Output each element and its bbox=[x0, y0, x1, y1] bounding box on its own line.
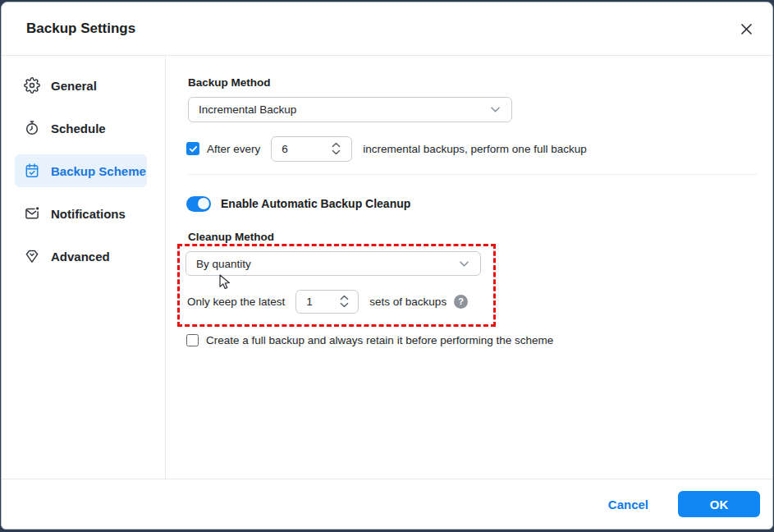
dialog-header: Backup Settings bbox=[2, 2, 772, 56]
cleanup-method-selected-value: By quantity bbox=[196, 258, 458, 270]
sets-of-backups-text: sets of backups bbox=[369, 296, 447, 308]
toggle-knob bbox=[198, 198, 209, 209]
chevron-down-icon bbox=[489, 103, 501, 116]
stopwatch-icon bbox=[24, 120, 40, 136]
incremental-count-value: 6 bbox=[282, 143, 288, 155]
retain-full-backup-checkbox[interactable] bbox=[186, 334, 199, 346]
keep-latest-text: Only keep the latest bbox=[187, 296, 285, 308]
chevron-down-icon bbox=[458, 258, 470, 270]
after-every-checkbox[interactable] bbox=[186, 142, 199, 155]
after-every-text: After every bbox=[207, 143, 260, 155]
stepper-arrows-icon[interactable] bbox=[332, 143, 341, 155]
close-icon bbox=[740, 23, 753, 35]
dialog-footer: Cancel OK bbox=[2, 479, 772, 529]
sidebar-item-label: General bbox=[51, 79, 97, 93]
settings-sidebar: General Schedule Backup Scheme Notificat… bbox=[2, 56, 166, 479]
sidebar-item-label: Schedule bbox=[51, 122, 106, 135]
mouse-cursor-icon bbox=[219, 274, 234, 291]
backup-method-label: Backup Method bbox=[188, 76, 271, 89]
retain-full-backup-label: Create a full backup and always retain i… bbox=[206, 334, 553, 346]
dialog-title: Backup Settings bbox=[26, 21, 735, 37]
stepper-arrows-icon[interactable] bbox=[340, 296, 349, 308]
calendar-check-icon bbox=[24, 163, 40, 179]
check-icon bbox=[189, 144, 198, 154]
gear-icon bbox=[24, 77, 40, 94]
sidebar-item-notifications[interactable]: Notifications bbox=[15, 197, 147, 230]
close-button[interactable] bbox=[735, 17, 758, 40]
cleanup-method-label: Cleanup Method bbox=[188, 231, 274, 243]
section-divider bbox=[188, 174, 757, 175]
incremental-rule-text: incremental backups, perform one full ba… bbox=[363, 143, 586, 155]
sidebar-item-label: Notifications bbox=[51, 207, 126, 221]
cancel-button[interactable]: Cancel bbox=[608, 498, 648, 511]
backup-scheme-panel: Backup Method Incremental Backup After e… bbox=[166, 56, 772, 479]
gem-chevron-icon bbox=[24, 248, 40, 264]
backup-method-selected-value: Incremental Backup bbox=[199, 103, 489, 116]
incremental-count-stepper[interactable]: 6 bbox=[271, 136, 352, 162]
sidebar-item-label: Backup Scheme bbox=[51, 164, 146, 178]
help-icon[interactable]: ? bbox=[454, 295, 468, 309]
mail-dot-icon bbox=[24, 205, 40, 222]
sidebar-item-general[interactable]: General bbox=[15, 69, 147, 102]
backup-method-dropdown[interactable]: Incremental Backup bbox=[188, 97, 512, 122]
backup-settings-dialog: Backup Settings General Schedule bbox=[1, 2, 773, 530]
keep-count-value: 1 bbox=[306, 296, 313, 308]
cleanup-toggle[interactable] bbox=[186, 196, 211, 212]
cleanup-toggle-label: Enable Automatic Backup Cleanup bbox=[221, 197, 410, 210]
sidebar-item-schedule[interactable]: Schedule bbox=[15, 112, 147, 144]
sidebar-item-advanced[interactable]: Advanced bbox=[15, 240, 147, 273]
cleanup-method-dropdown[interactable]: By quantity bbox=[185, 251, 481, 276]
keep-count-stepper[interactable]: 1 bbox=[295, 290, 359, 314]
ok-button[interactable]: OK bbox=[678, 491, 760, 517]
sidebar-item-label: Advanced bbox=[51, 250, 110, 264]
sidebar-item-backup-scheme[interactable]: Backup Scheme bbox=[15, 154, 147, 187]
